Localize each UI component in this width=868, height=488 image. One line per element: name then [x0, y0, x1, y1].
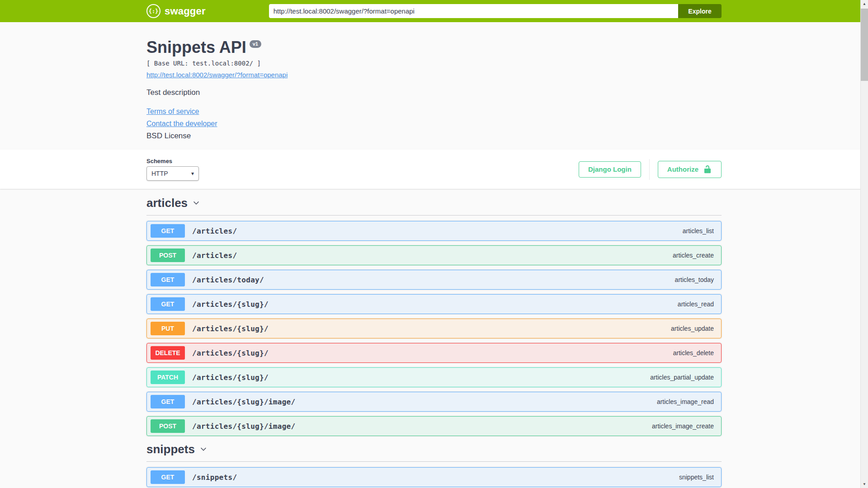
operation-path: /articles/{slug}/image/ [192, 422, 295, 431]
method-badge-get: GET [151, 395, 185, 408]
operation-path: /snippets/ [192, 473, 237, 482]
operation-id: articles_update [671, 325, 714, 332]
license-text: BSD License [146, 131, 722, 141]
operation-id: articles_read [678, 300, 714, 308]
swagger-logo-icon: {:} [146, 4, 160, 18]
operation-path: /articles/{slug}/ [192, 373, 269, 382]
method-badge-get: GET [151, 224, 185, 238]
spec-url-form: Explore [269, 4, 722, 18]
operation-id: snippets_list [679, 474, 714, 481]
scroll-up-button[interactable]: ▲ [861, 0, 868, 8]
base-url: [ Base URL: test.local:8002/ ] [146, 60, 722, 67]
tag-section-snippets: snippets GET /snippets/ snippets_list [146, 442, 722, 487]
operation-row[interactable]: DELETE /articles/{slug}/ articles_delete [146, 343, 722, 363]
scroll-up-icon: ▲ [863, 2, 866, 6]
swagger-brand: {:} swagger [146, 4, 206, 18]
tag-label: articles [146, 196, 188, 210]
scheme-select[interactable]: HTTP ▾ [146, 166, 199, 181]
spec-link[interactable]: http://test.local:8002/swagger/?format=o… [146, 71, 288, 79]
terms-of-service-link[interactable]: Terms of service [146, 107, 199, 116]
operation-row[interactable]: GET /articles/today/ articles_today [146, 270, 722, 290]
operation-row[interactable]: GET /articles/{slug}/image/ articles_ima… [146, 392, 722, 412]
operations-list: articles GET /articles/ articles_list PO… [146, 189, 722, 487]
django-login-button[interactable]: Django Login [579, 161, 641, 178]
operation-id: articles_image_create [652, 422, 714, 430]
operation-path: /articles/today/ [192, 276, 264, 284]
operation-id: articles_image_read [657, 398, 714, 405]
method-badge-post: POST [151, 249, 185, 262]
api-title-text: Snippets API [146, 38, 246, 56]
info-section: Snippets APIv1 [ Base URL: test.local:80… [0, 22, 868, 150]
operation-id: articles_delete [673, 349, 714, 357]
chevron-down-icon: ▾ [191, 170, 194, 177]
operation-row[interactable]: PUT /articles/{slug}/ articles_update [146, 319, 722, 338]
unlock-icon [703, 165, 712, 174]
scrollbar-thumb[interactable] [861, 9, 868, 81]
swagger-logo-glyph: {:} [149, 9, 159, 14]
scroll-down-icon: ▼ [863, 482, 866, 486]
method-badge-post: POST [151, 419, 185, 433]
method-badge-put: PUT [151, 322, 185, 335]
method-badge-patch: PATCH [151, 371, 185, 384]
contact-developer-link[interactable]: Contact the developer [146, 119, 217, 128]
schemes-label: Schemes [146, 158, 199, 164]
version-badge: v1 [250, 40, 261, 48]
operation-path: /articles/{slug}/ [192, 349, 269, 357]
api-description: Test description [146, 88, 722, 97]
operation-row[interactable]: GET /snippets/ snippets_list [146, 467, 722, 487]
api-title: Snippets APIv1 [146, 38, 722, 57]
operation-id: articles_today [675, 276, 714, 283]
auth-divider [649, 159, 650, 180]
method-badge-get: GET [151, 470, 185, 484]
operation-path: /articles/{slug}/ [192, 324, 269, 333]
operation-id: articles_create [673, 252, 714, 259]
topbar: {:} swagger Explore [0, 0, 868, 22]
django-login-label: Django Login [588, 165, 632, 174]
chevron-down-icon [192, 199, 200, 207]
schemes-group: Schemes HTTP ▾ [146, 158, 199, 181]
operation-row[interactable]: POST /articles/ articles_create [146, 245, 722, 265]
tag-label: snippets [146, 442, 195, 456]
tag-header-articles[interactable]: articles [146, 196, 722, 216]
operation-path: /articles/ [192, 227, 237, 235]
operation-row[interactable]: GET /articles/ articles_list [146, 221, 722, 241]
authorize-button[interactable]: Authorize [658, 161, 722, 178]
auth-wrapper: Django Login Authorize [579, 159, 722, 180]
tag-header-snippets[interactable]: snippets [146, 442, 722, 462]
method-badge-get: GET [151, 273, 185, 286]
method-badge-delete: DELETE [151, 346, 185, 360]
explore-button[interactable]: Explore [678, 4, 722, 18]
scheme-selected-value: HTTP [151, 170, 168, 177]
scroll-down-button[interactable]: ▼ [861, 480, 868, 488]
tag-section-articles: articles GET /articles/ articles_list PO… [146, 196, 722, 436]
operation-row[interactable]: POST /articles/{slug}/image/ articles_im… [146, 416, 722, 436]
brand-title: swagger [165, 5, 206, 17]
authorize-label: Authorize [667, 165, 698, 174]
spec-url-input[interactable] [269, 4, 678, 18]
operation-id: articles_list [683, 227, 714, 235]
operation-row[interactable]: PATCH /articles/{slug}/ articles_partial… [146, 367, 722, 387]
vertical-scrollbar[interactable]: ▲ ▼ [860, 0, 868, 488]
operation-path: /articles/ [192, 251, 237, 260]
scheme-bar: Schemes HTTP ▾ Django Login Authorize [0, 150, 868, 189]
method-badge-get: GET [151, 297, 185, 311]
chevron-down-icon [199, 445, 208, 453]
operation-path: /articles/{slug}/image/ [192, 398, 295, 406]
operation-row[interactable]: GET /articles/{slug}/ articles_read [146, 294, 722, 314]
operation-path: /articles/{slug}/ [192, 300, 269, 309]
operation-id: articles_partial_update [650, 374, 714, 381]
